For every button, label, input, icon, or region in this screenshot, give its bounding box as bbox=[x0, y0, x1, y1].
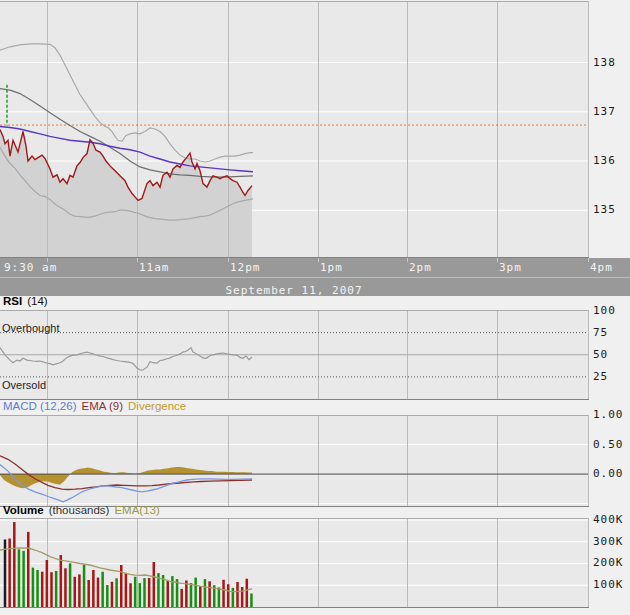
volume-bar bbox=[41, 572, 44, 607]
macd-y-tick-label: 0.00 bbox=[593, 467, 624, 480]
volume-bar bbox=[22, 551, 25, 607]
chart-canvas bbox=[0, 0, 630, 615]
time-tickmark bbox=[228, 258, 229, 262]
volume-bar bbox=[194, 578, 197, 607]
volume-y-tick-label: 400K bbox=[593, 513, 624, 526]
volume-bar bbox=[50, 572, 53, 607]
macd-plot-background bbox=[0, 415, 588, 506]
time-tickmark bbox=[47, 258, 48, 262]
volume-bar bbox=[148, 578, 151, 607]
volume-bar bbox=[97, 578, 100, 607]
volume-bar bbox=[36, 570, 39, 607]
time-tickmark bbox=[318, 258, 319, 262]
volume-bar bbox=[60, 555, 63, 607]
price-y-tick-label: 136 bbox=[593, 154, 616, 167]
volume-bar bbox=[92, 570, 95, 607]
volume-bar bbox=[101, 572, 104, 607]
volume-bar bbox=[64, 568, 67, 607]
volume-bar bbox=[55, 571, 58, 607]
volume-bar bbox=[167, 581, 170, 607]
intraday-stock-chart: 9:30 am11am12pm1pm2pm3pm4pm September 11… bbox=[0, 0, 630, 615]
volume-bar bbox=[241, 587, 244, 607]
time-axis-bar: 9:30 am11am12pm1pm2pm3pm4pm bbox=[0, 258, 630, 277]
time-tick-label: 12pm bbox=[230, 261, 261, 274]
macd-legend-macd: MACD (12,26) bbox=[3, 400, 77, 412]
volume-bar bbox=[74, 577, 77, 607]
volume-bar bbox=[69, 563, 72, 607]
volume-legend-name: Volume bbox=[3, 504, 44, 516]
volume-bar bbox=[134, 577, 137, 607]
volume-bar bbox=[139, 583, 142, 607]
volume-bar bbox=[232, 588, 235, 607]
volume-legend-unit: (thousands) bbox=[49, 504, 110, 516]
price-y-tick-label: 135 bbox=[593, 203, 616, 216]
rsi-legend-name: RSI bbox=[3, 295, 22, 307]
volume-bar bbox=[218, 587, 221, 607]
time-tick-label: 3pm bbox=[499, 261, 522, 274]
volume-bar bbox=[199, 586, 202, 607]
volume-bar bbox=[115, 578, 118, 607]
time-tick-label: 4pm bbox=[590, 261, 613, 274]
time-tick-label: 11am bbox=[139, 261, 170, 274]
volume-y-tick-label: 100K bbox=[593, 578, 624, 591]
time-tickmark bbox=[497, 258, 498, 262]
volume-bar bbox=[111, 582, 114, 607]
volume-bar bbox=[250, 594, 253, 608]
volume-bar bbox=[78, 574, 81, 607]
time-tick-label: 2pm bbox=[409, 261, 432, 274]
macd-legend-divergence: Divergence bbox=[128, 400, 186, 412]
overbought-label: Overbought bbox=[2, 322, 59, 334]
volume-bar bbox=[180, 589, 183, 607]
volume-bar bbox=[190, 583, 193, 607]
volume-bar bbox=[246, 579, 249, 607]
time-tick-label: 1pm bbox=[320, 261, 343, 274]
date-bar: September 11, 2007 bbox=[0, 277, 630, 296]
volume-bar bbox=[106, 585, 109, 607]
volume-bar bbox=[153, 562, 156, 607]
rsi-y-tick-label: 75 bbox=[593, 326, 608, 339]
volume-bar bbox=[46, 560, 49, 607]
date-label: September 11, 2007 bbox=[225, 284, 362, 297]
volume-bar bbox=[27, 532, 30, 607]
price-y-tick-label: 138 bbox=[593, 56, 616, 69]
volume-bar bbox=[236, 582, 239, 607]
rsi-legend: RSI(14) bbox=[3, 295, 48, 307]
volume-bar bbox=[208, 581, 211, 607]
volume-bar bbox=[13, 522, 16, 607]
volume-y-tick-label: 300K bbox=[593, 535, 624, 548]
macd-y-tick-label: 0.50 bbox=[593, 438, 624, 451]
volume-bar bbox=[227, 584, 230, 607]
volume-bar bbox=[143, 578, 146, 607]
price-y-tick-label: 137 bbox=[593, 105, 616, 118]
volume-bar bbox=[83, 565, 86, 607]
rsi-y-tick-label: 100 bbox=[593, 304, 616, 317]
volume-legend-ema: EMA(13) bbox=[114, 504, 159, 516]
time-tickmark bbox=[588, 258, 589, 262]
volume-bar bbox=[125, 573, 128, 607]
volume-bar bbox=[171, 576, 174, 607]
time-tickmark bbox=[137, 258, 138, 262]
oversold-label: Oversold bbox=[2, 379, 46, 391]
time-tick-label: 9:30 am bbox=[4, 261, 57, 274]
rsi-legend-param: (14) bbox=[27, 295, 47, 307]
macd-legend-ema: EMA (9) bbox=[82, 400, 124, 412]
volume-bar bbox=[129, 583, 132, 607]
volume-bar bbox=[32, 568, 35, 607]
volume-y-tick-label: 200K bbox=[593, 556, 624, 569]
macd-y-tick-label: 1.00 bbox=[593, 408, 624, 421]
volume-bar bbox=[222, 580, 225, 607]
volume-bar bbox=[204, 579, 207, 607]
time-tickmark bbox=[407, 258, 408, 262]
volume-bar bbox=[87, 580, 90, 607]
macd-legend: MACD (12,26)EMA (9)Divergence bbox=[3, 400, 186, 412]
rsi-y-tick-label: 50 bbox=[593, 348, 608, 361]
volume-legend: Volume(thousands)EMA(13) bbox=[3, 504, 160, 516]
volume-bar bbox=[18, 549, 21, 607]
rsi-y-tick-label: 25 bbox=[593, 370, 608, 383]
